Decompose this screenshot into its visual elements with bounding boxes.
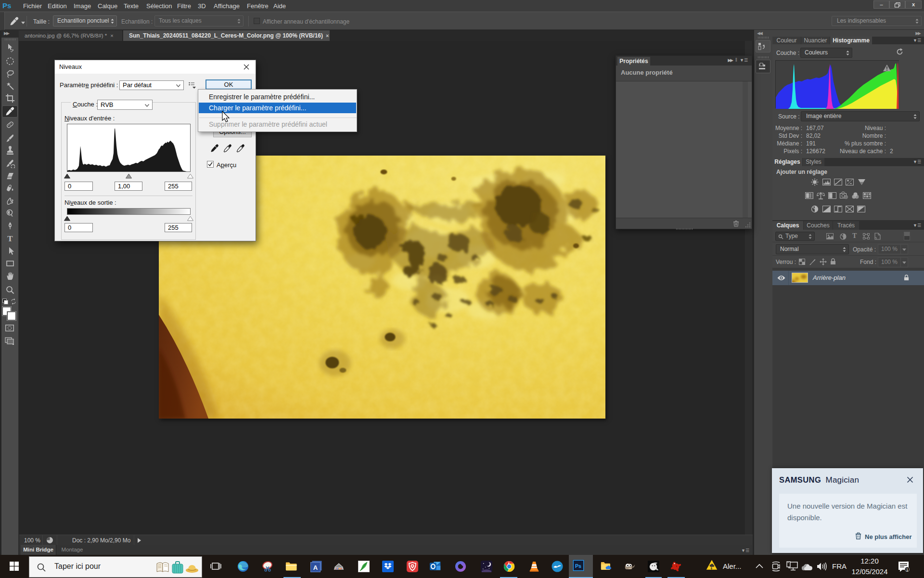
svg-text:T: T bbox=[7, 234, 13, 243]
svg-text:A: A bbox=[313, 564, 318, 571]
svg-text:Ps: Ps bbox=[575, 563, 581, 569]
svg-text:1: 1 bbox=[906, 567, 908, 572]
